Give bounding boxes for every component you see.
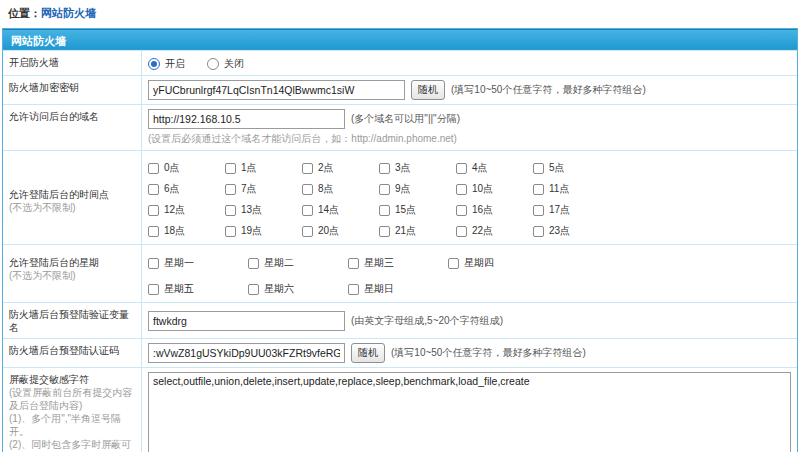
breadcrumb-link[interactable]: 网站防火墙 (41, 7, 96, 19)
prelogin-authcode-hint: (填写10~50个任意字符，最好多种字符组合) (391, 346, 586, 360)
label-encryption-key: 防火墙加密密钥 (3, 76, 142, 104)
hour-checkbox[interactable]: 10点 (456, 182, 533, 196)
checkbox-icon[interactable] (456, 226, 467, 237)
checkbox-icon[interactable] (302, 184, 313, 195)
hour-checkbox[interactable]: 9点 (379, 182, 456, 196)
checkbox-icon[interactable] (533, 205, 544, 216)
checkbox-icon[interactable] (302, 163, 313, 174)
checkbox-icon[interactable] (302, 226, 313, 237)
hour-checkbox[interactable]: 2点 (302, 161, 379, 175)
hour-checkbox[interactable]: 17点 (533, 203, 610, 217)
prelogin-authcode-random-button[interactable]: 随机 (351, 343, 385, 363)
hour-checkbox[interactable]: 20点 (302, 224, 379, 238)
radio-off-icon[interactable] (207, 58, 219, 70)
checkbox-icon[interactable] (533, 184, 544, 195)
row-encryption-key: 防火墙加密密钥 随机 (填写10~50个任意字符，最好多种字符组合) (3, 75, 797, 104)
weekday-checkbox[interactable]: 星期一 (148, 256, 248, 270)
checkbox-icon[interactable] (348, 258, 359, 269)
hour-checkbox[interactable]: 22点 (456, 224, 533, 238)
radio-option-off[interactable]: 关闭 (207, 57, 244, 71)
radio-option-on[interactable]: 开启 (148, 57, 185, 71)
hour-checkbox[interactable]: 23点 (533, 224, 610, 238)
hour-checkbox-label: 2点 (318, 161, 334, 175)
weekday-checkbox-label: 星期四 (464, 256, 494, 270)
login-weekdays-sublabel: (不选为不限制) (9, 269, 137, 282)
hour-checkbox[interactable]: 11点 (533, 182, 610, 196)
encryption-key-hint: (填写10~50个任意字符，最好多种字符组合) (451, 83, 646, 97)
label-allowed-domain: 允许访问后台的域名 (3, 105, 142, 150)
weekday-checkbox[interactable]: 星期二 (248, 256, 348, 270)
checkbox-icon[interactable] (456, 163, 467, 174)
hour-checkbox-label: 14点 (318, 203, 339, 217)
hour-checkbox-label: 16点 (472, 203, 493, 217)
checkbox-icon[interactable] (148, 184, 159, 195)
hour-checkbox[interactable]: 7点 (225, 182, 302, 196)
hour-checkbox-label: 23点 (549, 224, 570, 238)
checkbox-icon[interactable] (348, 284, 359, 295)
prelogin-varname-hint: (由英文字母组成,5~20个字符组成) (351, 314, 503, 328)
checkbox-icon[interactable] (533, 226, 544, 237)
checkbox-icon[interactable] (248, 284, 259, 295)
row-prelogin-authcode: 防火墙后台预登陆认证码 随机 (填写10~50个任意字符，最好多种字符组合) (3, 338, 797, 367)
hour-checkbox[interactable]: 14点 (302, 203, 379, 217)
checkbox-icon[interactable] (148, 226, 159, 237)
panel-title: 网站防火墙 (3, 29, 797, 50)
checkbox-icon[interactable] (148, 258, 159, 269)
checkbox-icon[interactable] (148, 284, 159, 295)
hour-checkbox[interactable]: 21点 (379, 224, 456, 238)
checkbox-icon[interactable] (379, 163, 390, 174)
checkbox-icon[interactable] (302, 205, 313, 216)
checkbox-icon[interactable] (148, 205, 159, 216)
checkbox-icon[interactable] (379, 205, 390, 216)
hour-checkbox[interactable]: 19点 (225, 224, 302, 238)
hour-checkbox-label: 20点 (318, 224, 339, 238)
checkbox-icon[interactable] (379, 184, 390, 195)
radio-on-icon[interactable] (148, 58, 160, 70)
weekday-checkbox[interactable]: 星期五 (148, 282, 248, 296)
checkbox-icon[interactable] (379, 226, 390, 237)
hour-checkbox[interactable]: 4点 (456, 161, 533, 175)
allowed-domain-input[interactable] (148, 109, 345, 129)
hour-checkbox[interactable]: 13点 (225, 203, 302, 217)
weekday-checkbox[interactable]: 星期六 (248, 282, 348, 296)
hour-checkbox[interactable]: 18点 (148, 224, 225, 238)
checkbox-icon[interactable] (225, 226, 236, 237)
sensitive-words-textarea[interactable]: select,outfile,union,delete,insert,updat… (148, 372, 791, 452)
weekday-checkbox-label: 星期日 (364, 282, 394, 296)
checkbox-icon[interactable] (448, 258, 459, 269)
checkbox-icon[interactable] (225, 205, 236, 216)
encryption-key-random-button[interactable]: 随机 (411, 80, 445, 100)
hour-checkbox[interactable]: 1点 (225, 161, 302, 175)
encryption-key-input[interactable] (148, 80, 405, 100)
checkbox-icon[interactable] (456, 205, 467, 216)
hour-checkbox-label: 10点 (472, 182, 493, 196)
weekday-checkbox[interactable]: 星期四 (448, 256, 548, 270)
hour-checkbox-label: 4点 (472, 161, 488, 175)
weekday-checkbox[interactable]: 星期日 (348, 282, 448, 296)
prelogin-authcode-content: 随机 (填写10~50个任意字符，最好多种字符组合) (142, 339, 797, 367)
hour-checkbox-label: 8点 (318, 182, 334, 196)
hour-checkbox[interactable]: 3点 (379, 161, 456, 175)
label-prelogin-varname: 防火墙后台预登陆验证变量名 (3, 303, 142, 338)
prelogin-authcode-input[interactable] (148, 343, 345, 363)
label-enable-firewall: 开启防火墙 (3, 51, 142, 75)
hour-checkbox[interactable]: 12点 (148, 203, 225, 217)
weekday-checkbox[interactable]: 星期三 (348, 256, 448, 270)
checkbox-icon[interactable] (533, 163, 544, 174)
hour-checkbox[interactable]: 5点 (533, 161, 610, 175)
checkbox-icon[interactable] (225, 163, 236, 174)
row-sensitive-words: 屏蔽提交敏感字符 (设置屏蔽前台所有提交内容及后台登陆内容) (1)、多个用",… (3, 367, 797, 452)
checkbox-icon[interactable] (456, 184, 467, 195)
checkbox-icon[interactable] (225, 184, 236, 195)
hour-checkbox[interactable]: 8点 (302, 182, 379, 196)
sensitive-words-note1: (设置屏蔽前台所有提交内容及后台登陆内容) (9, 386, 137, 412)
hour-checkbox[interactable]: 16点 (456, 203, 533, 217)
checkbox-icon[interactable] (148, 163, 159, 174)
prelogin-varname-input[interactable] (148, 311, 345, 331)
hour-checkbox[interactable]: 15点 (379, 203, 456, 217)
checkbox-icon[interactable] (248, 258, 259, 269)
firewall-panel: 网站防火墙 开启防火墙 开启 关闭 防火墙加密密钥 随机 (填写10~50 (2, 28, 798, 452)
hour-checkbox[interactable]: 6点 (148, 182, 225, 196)
row-login-hours: 允许登陆后台的时间点 (不选为不限制) 0点 1点 (3, 150, 797, 244)
hour-checkbox[interactable]: 0点 (148, 161, 225, 175)
